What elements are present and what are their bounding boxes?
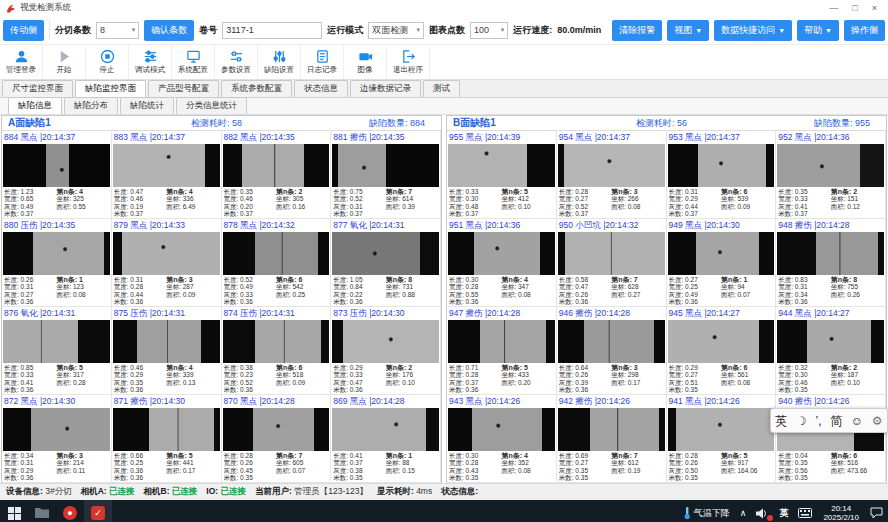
defect-cell[interactable]: 882 黑点 |20:14:35长度: 0.35宽度: 0.46灰度: 0.20… <box>222 131 332 219</box>
meta-strip: 第n条: 5 <box>501 188 553 196</box>
action-log-record-button[interactable]: 日志记录 <box>301 45 344 79</box>
close-button[interactable]: × <box>872 0 877 16</box>
meta-length: 长度: 0.29 <box>669 364 721 372</box>
defect-cell[interactable]: 876 氧化 |20:14:31长度: 0.85宽度: 0.33灰度: 0.41… <box>2 307 112 395</box>
minimize-button[interactable]: — <box>829 0 838 16</box>
action-start-button[interactable]: 开始 <box>43 45 86 79</box>
sub-tab-2[interactable]: 缺陷统计 <box>120 97 174 114</box>
defect-meta-left: 长度: 0.30宽度: 0.28灰度: 0.55米数: 0.36 <box>449 276 501 306</box>
view-menu-button[interactable]: 视图 ▼ <box>667 20 709 41</box>
defect-cell[interactable]: 950 小凹坑 |20:14:32长度: 0.58宽度: 0.47灰度: 0.2… <box>557 219 667 307</box>
meta-meters: 米数: 0.36 <box>224 298 276 306</box>
operator-side-button[interactable]: 操作侧 <box>844 20 885 41</box>
sub-tab-1[interactable]: 缺陷分布 <box>64 97 118 114</box>
main-tab-1[interactable]: 缺陷监控界面 <box>75 80 146 97</box>
defect-cell[interactable]: 875 压伤 |20:14:31长度: 0.46宽度: 0.29灰度: 0.35… <box>112 307 222 395</box>
ime-moon-icon[interactable]: ☽ <box>796 415 807 427</box>
chart-points-select[interactable]: 100 ▾ <box>470 22 508 39</box>
defect-cell[interactable]: 883 黑点 |20:14:37长度: 0.47宽度: 0.46灰度: 0.19… <box>112 131 222 219</box>
defect-cell[interactable]: 874 压伤 |20:14:31长度: 0.38宽度: 0.23灰度: 0.52… <box>222 307 332 395</box>
defect-cell[interactable]: 873 压伤 |20:14:30长度: 0.29宽度: 0.33灰度: 0.47… <box>331 307 441 395</box>
main-tab-2[interactable]: 产品型号配置 <box>148 80 219 97</box>
meta-meters: 米数: 0.35 <box>224 474 276 482</box>
defect-cell[interactable]: 884 黑点 |20:14:37长度: 1.23宽度: 0.65灰度: 0.49… <box>2 131 112 219</box>
meta-strip: 第n条: 4 <box>166 188 218 196</box>
file-explorer-icon[interactable] <box>28 500 56 522</box>
slit-count-select[interactable]: 8 ▾ <box>96 22 139 39</box>
main-tab-0[interactable]: 尺寸监控界面 <box>2 80 73 97</box>
sub-tab-0[interactable]: 缺陷信息 <box>8 97 62 114</box>
action-exit-program-button[interactable]: 退出程序 <box>387 45 430 79</box>
confirm-count-button[interactable]: 确认条数 <box>144 20 194 41</box>
clear-alarm-button[interactable]: 清除报警 <box>612 20 662 41</box>
meta-width: 宽度: 0.23 <box>224 371 276 379</box>
taskbar-clock[interactable]: 20:14 2025/2/10 <box>817 504 865 522</box>
weather-widget[interactable]: 气温下降 <box>678 500 735 522</box>
defect-cell[interactable]: 880 压伤 |20:14:35长度: 0.26宽度: 0.31灰度: 0.27… <box>2 219 112 307</box>
ime-keyboard-icon[interactable] <box>793 500 817 522</box>
data-quick-access-button[interactable]: 数据快捷访问 ▼ <box>714 20 792 41</box>
action-admin-login-button[interactable]: 管理登录 <box>0 45 43 79</box>
status-value: 4ms <box>416 486 432 496</box>
defect-image <box>3 144 110 187</box>
defect-cell[interactable]: 945 黑点 |20:14:27长度: 0.29宽度: 0.27灰度: 0.51… <box>667 307 777 395</box>
volume-icon[interactable] <box>751 500 774 522</box>
action-defect-settings-button[interactable]: 缺陷设置 <box>258 45 301 79</box>
maximize-button[interactable]: □ <box>852 0 857 16</box>
ime-punctuation[interactable]: ’, <box>815 415 821 427</box>
defect-cell[interactable]: 877 氧化 |20:14:31长度: 1.05宽度: 0.84灰度: 0.22… <box>331 219 441 307</box>
input-language-indicator[interactable]: 英 <box>774 500 793 522</box>
defect-cell[interactable]: 879 黑点 |20:14:33长度: 0.31宽度: 0.28灰度: 0.44… <box>112 219 222 307</box>
defect-cell[interactable]: 881 擦伤 |20:14:35长度: 0.75宽度: 0.52灰度: 0.31… <box>331 131 441 219</box>
drive-side-button[interactable]: 传动侧 <box>3 20 44 41</box>
meta-area: 面积: 0.20 <box>501 379 553 387</box>
ime-simplified-toggle[interactable]: 简 <box>830 415 842 427</box>
defect-cell[interactable]: 871 擦伤 |20:14:30长度: 0.66宽度: 0.25灰度: 0.36… <box>112 395 222 483</box>
defect-cell[interactable]: 948 擦伤 |20:14:28长度: 0.83宽度: 0.31灰度: 0.34… <box>776 219 886 307</box>
action-stop-button[interactable]: 停止 <box>86 45 129 79</box>
defect-cell[interactable]: 951 黑点 |20:14:36长度: 0.30宽度: 0.28灰度: 0.55… <box>447 219 557 307</box>
taskbar-app-icon[interactable]: ● <box>56 500 84 522</box>
meta-strip: 第n条: 1 <box>56 276 108 284</box>
meta-coordinate: 坐标: 187 <box>831 371 883 379</box>
run-mode-label: 运行模式 <box>327 24 363 37</box>
sub-tab-3[interactable]: 分类信息统计 <box>176 97 247 114</box>
main-tab-3[interactable]: 系统参数配置 <box>221 80 292 97</box>
main-tab-4[interactable]: 状态信息 <box>294 80 348 97</box>
action-parameter-settings-button[interactable]: 参数设置 <box>215 45 258 79</box>
action-debug-mode-button[interactable]: 调试模式 <box>129 45 172 79</box>
defect-cell[interactable]: 944 黑点 |20:14:27长度: 0.32宽度: 0.30灰度: 0.46… <box>776 307 886 395</box>
defect-cell[interactable]: 955 黑点 |20:14:39长度: 0.33宽度: 0.30灰度: 0.48… <box>447 131 557 219</box>
roll-number-input[interactable] <box>222 22 322 39</box>
action-system-config-button[interactable]: 系统配置 <box>172 45 215 79</box>
action-image-button[interactable]: 图像 <box>344 45 387 79</box>
defect-cell[interactable]: 949 黑点 |20:14:30长度: 0.27宽度: 0.25灰度: 0.49… <box>667 219 777 307</box>
taskbar-active-app-icon[interactable]: ✓ <box>84 500 112 522</box>
main-tab-6[interactable]: 测试 <box>423 80 460 97</box>
action-center-icon[interactable] <box>865 500 888 522</box>
defect-cell[interactable]: 952 黑点 |20:14:36长度: 0.35宽度: 0.33灰度: 0.41… <box>776 131 886 219</box>
defect-cell[interactable]: 872 黑点 |20:14:30长度: 0.34宽度: 0.31灰度: 0.29… <box>2 395 112 483</box>
defect-meta-left: 长度: 0.04宽度: 0.35灰度: 0.56米数: 0.35 <box>778 452 830 482</box>
meta-meters: 米数: 0.36 <box>559 298 611 306</box>
defect-cell[interactable]: 941 黑点 |20:14:26长度: 0.28宽度: 0.26灰度: 0.50… <box>667 395 777 483</box>
ime-language-toggle[interactable]: 英 <box>775 415 787 427</box>
help-menu-button[interactable]: 帮助 ▼ <box>797 20 839 41</box>
ime-settings-icon[interactable]: ⚙ <box>872 415 883 427</box>
main-tab-5[interactable]: 边缘数据记录 <box>350 80 421 97</box>
defect-cell[interactable]: 943 黑点 |20:14:26长度: 0.30宽度: 0.28灰度: 0.43… <box>447 395 557 483</box>
ime-emoji-icon[interactable]: ☺ <box>851 415 863 427</box>
start-button[interactable] <box>0 500 28 522</box>
run-mode-select[interactable]: 双面检测 ▾ <box>368 22 424 39</box>
defect-cell[interactable]: 869 黑点 |20:14:28长度: 0.41宽度: 0.37灰度: 0.38… <box>331 395 441 483</box>
tray-expand-chevron[interactable]: ∧ <box>735 500 752 522</box>
defect-cell[interactable]: 878 黑点 |20:14:32长度: 0.52宽度: 0.49灰度: 0.33… <box>222 219 332 307</box>
defect-cell[interactable]: 947 擦伤 |20:14:28长度: 0.71宽度: 0.28灰度: 0.37… <box>447 307 557 395</box>
defect-cell[interactable]: 953 黑点 |20:14:37长度: 0.31宽度: 0.29灰度: 0.44… <box>667 131 777 219</box>
meta-strip: 第n条: 5 <box>501 364 553 372</box>
meta-width: 宽度: 0.25 <box>669 283 721 291</box>
defect-cell[interactable]: 946 擦伤 |20:14:28长度: 0.64宽度: 0.26灰度: 0.39… <box>557 307 667 395</box>
defect-cell[interactable]: 870 黑点 |20:14:28长度: 0.28宽度: 0.26灰度: 0.45… <box>222 395 332 483</box>
defect-cell[interactable]: 942 擦伤 |20:14:26长度: 0.69宽度: 0.27灰度: 0.35… <box>557 395 667 483</box>
defect-cell[interactable]: 954 黑点 |20:14:37长度: 0.28宽度: 0.27灰度: 0.52… <box>557 131 667 219</box>
